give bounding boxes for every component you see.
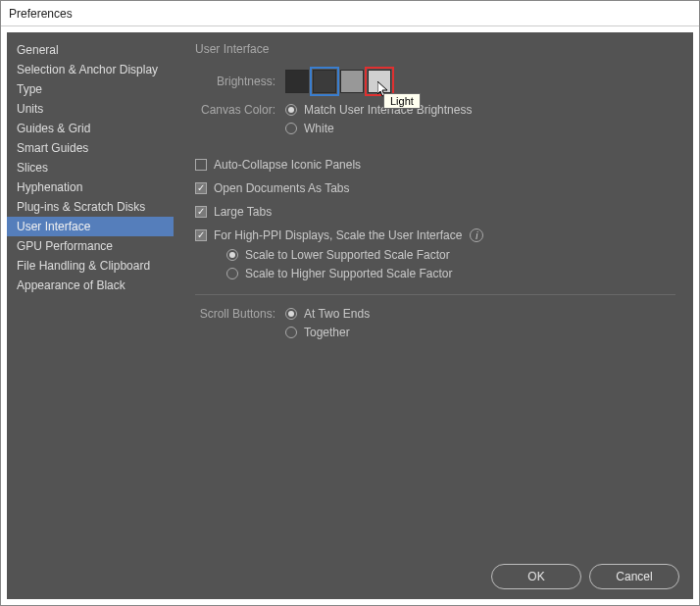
radio-icon — [285, 104, 297, 116]
radio-icon — [285, 308, 297, 320]
preferences-window: Preferences GeneralSelection & Anchor Di… — [0, 0, 700, 606]
brightness-swatches — [285, 70, 391, 93]
radio-label: Scale to Higher Supported Scale Factor — [245, 267, 452, 280]
sidebar-item[interactable]: Selection & Anchor Display — [7, 60, 174, 79]
sidebar-item[interactable]: Smart Guides — [7, 138, 174, 158]
radio-option[interactable]: White — [285, 122, 472, 135]
radio-option[interactable]: Together — [285, 326, 370, 339]
high-ppi-checkbox[interactable]: For High-PPI Displays, Scale the User In… — [195, 228, 675, 242]
canvas-color-options: Match User Interface BrightnessWhite — [285, 103, 472, 140]
checkbox-label: Open Documents As Tabs — [214, 181, 350, 195]
content-area: GeneralSelection & Anchor DisplayTypeUni… — [7, 32, 693, 554]
scroll-buttons-options: At Two EndsTogether — [285, 307, 370, 344]
window-title: Preferences — [9, 7, 73, 21]
radio-icon — [285, 123, 297, 134]
sidebar-item[interactable]: Plug-ins & Scratch Disks — [7, 197, 174, 217]
open-as-tabs-checkbox[interactable]: Open Documents As Tabs — [195, 181, 675, 195]
radio-label: Together — [304, 326, 350, 339]
radio-option[interactable]: Match User Interface Brightness — [285, 103, 472, 117]
radio-option[interactable]: At Two Ends — [285, 307, 370, 321]
button-bar: OK Cancel — [7, 554, 693, 599]
radio-option[interactable]: Scale to Lower Supported Scale Factor — [226, 248, 675, 262]
sidebar-item[interactable]: Appearance of Black — [7, 276, 174, 295]
auto-collapse-checkbox[interactable]: Auto-Collapse Iconic Panels — [195, 158, 675, 172]
sidebar-item[interactable]: Hyphenation — [7, 177, 174, 197]
brightness-swatch-medium-light[interactable] — [340, 70, 364, 93]
cancel-button[interactable]: Cancel — [589, 564, 679, 589]
sidebar-item[interactable]: File Handling & Clipboard — [7, 256, 174, 276]
sidebar-item[interactable]: Type — [7, 79, 174, 99]
brightness-swatch-light[interactable] — [368, 70, 391, 93]
checkbox-label: Large Tabs — [214, 205, 272, 219]
sidebar-item[interactable]: Units — [7, 99, 174, 119]
info-icon[interactable]: i — [470, 228, 483, 242]
window-titlebar: Preferences — [1, 1, 699, 26]
radio-icon — [226, 268, 238, 279]
radio-label: White — [304, 122, 334, 135]
body-frame: GeneralSelection & Anchor DisplayTypeUni… — [7, 32, 693, 599]
checkbox-label: Auto-Collapse Iconic Panels — [214, 158, 361, 172]
main-panel: User Interface Brightness: Light Canvas … — [174, 32, 693, 554]
brightness-swatch-medium-dark[interactable] — [313, 70, 336, 93]
large-tabs-checkbox[interactable]: Large Tabs — [195, 205, 675, 219]
section-title: User Interface — [195, 42, 675, 56]
high-ppi-options: Scale to Lower Supported Scale FactorSca… — [226, 248, 675, 280]
radio-icon — [285, 327, 297, 338]
sidebar: GeneralSelection & Anchor DisplayTypeUni… — [7, 32, 174, 554]
radio-label: At Two Ends — [304, 307, 370, 321]
brightness-tooltip: Light — [383, 93, 421, 109]
divider — [195, 294, 675, 295]
checkbox-icon — [195, 229, 207, 241]
radio-icon — [226, 249, 238, 261]
brightness-row: Brightness: Light — [195, 70, 675, 93]
sidebar-item[interactable]: Slices — [7, 158, 174, 177]
canvas-color-label: Canvas Color: — [195, 103, 275, 117]
checkbox-icon — [195, 206, 207, 218]
radio-option[interactable]: Scale to Higher Supported Scale Factor — [226, 267, 675, 280]
checkbox-icon — [195, 182, 207, 194]
brightness-swatch-dark[interactable] — [285, 70, 309, 93]
canvas-color-row: Canvas Color: Match User Interface Brigh… — [195, 103, 675, 140]
sidebar-item[interactable]: GPU Performance — [7, 236, 174, 256]
scroll-buttons-label: Scroll Buttons: — [195, 307, 275, 321]
radio-label: Scale to Lower Supported Scale Factor — [245, 248, 450, 262]
sidebar-item[interactable]: User Interface — [7, 217, 174, 236]
sidebar-item[interactable]: General — [7, 40, 174, 60]
ok-button[interactable]: OK — [491, 564, 581, 589]
brightness-label: Brightness: — [195, 75, 275, 88]
checkbox-label: For High-PPI Displays, Scale the User In… — [214, 228, 462, 242]
sidebar-item[interactable]: Guides & Grid — [7, 119, 174, 138]
scroll-buttons-row: Scroll Buttons: At Two EndsTogether — [195, 307, 675, 344]
checkbox-icon — [195, 159, 207, 171]
